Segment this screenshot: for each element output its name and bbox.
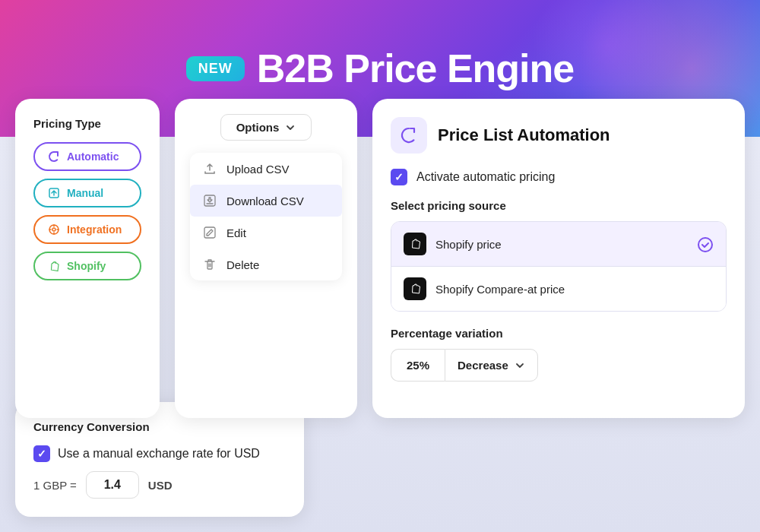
download-csv-label: Download CSV <box>226 195 304 207</box>
from-currency-label: 1 GBP = <box>33 479 77 492</box>
upload-csv-label: Upload CSV <box>226 163 290 176</box>
delete-label: Delete <box>226 258 259 271</box>
svg-rect-4 <box>204 227 215 238</box>
shopify-price-item[interactable]: Shopify price <box>391 222 726 266</box>
upload-csv-item[interactable]: Upload CSV <box>190 153 342 185</box>
options-button[interactable]: Options <box>220 114 312 141</box>
svg-rect-3 <box>204 195 215 206</box>
currency-exchange-row: 1 GBP = USD <box>33 471 286 499</box>
pricing-type-title: Pricing Type <box>33 117 141 130</box>
shopify-label: Shopify <box>67 260 106 272</box>
shopify-option[interactable]: Shopify <box>33 252 141 280</box>
variation-percent: 25% <box>391 349 445 382</box>
svg-point-2 <box>52 228 55 231</box>
edit-label: Edit <box>226 226 246 239</box>
pricing-options: Automatic Manual <box>33 142 141 280</box>
variation-type-selector[interactable]: Decrease <box>445 349 538 382</box>
shopify-price-icon <box>404 233 426 255</box>
currency-conversion-card: Currency Conversion Use a manual exchang… <box>15 402 304 517</box>
activate-label: Activate automatic pricing <box>416 170 555 184</box>
check-circle-icon <box>697 235 714 253</box>
automation-header: Price List Automation <box>391 117 727 154</box>
automatic-icon <box>47 150 61 163</box>
options-card: Options Upload CSV <box>175 99 357 418</box>
svg-point-5 <box>698 238 712 252</box>
pricing-type-card: Pricing Type Automatic Man <box>15 99 160 418</box>
variation-row: 25% Decrease <box>391 349 727 382</box>
new-badge: NEW <box>186 56 245 81</box>
integration-icon <box>47 223 61 236</box>
automation-card: Price List Automation Activate automatic… <box>372 99 745 418</box>
currency-checkbox-row: Use a manual exchange rate for USD <box>33 445 286 462</box>
currency-title: Currency Conversion <box>33 420 286 433</box>
manual-label: Manual <box>67 187 103 199</box>
shopify-price-label: Shopify price <box>435 238 502 251</box>
activate-row: Activate automatic pricing <box>391 169 727 185</box>
chevron-down-icon <box>285 122 296 133</box>
source-label: Select pricing source <box>391 199 727 212</box>
options-label: Options <box>236 121 280 134</box>
automation-title: Price List Automation <box>438 125 610 145</box>
to-currency-code: USD <box>148 479 173 492</box>
automation-icon <box>391 117 427 154</box>
automatic-option[interactable]: Automatic <box>33 142 141 171</box>
manual-option[interactable]: Manual <box>33 179 141 207</box>
trash-icon <box>202 258 217 271</box>
edit-item[interactable]: Edit <box>190 217 342 249</box>
integration-label: Integration <box>67 223 122 236</box>
automatic-label: Automatic <box>67 150 119 163</box>
download-icon <box>202 194 217 207</box>
shopify-compare-label: Shopify Compare-at price <box>435 283 565 296</box>
options-header: Options <box>190 114 342 141</box>
manual-icon <box>47 186 61 200</box>
activate-checkbox[interactable] <box>391 169 407 185</box>
shopify-compare-icon <box>404 277 426 300</box>
cards-area: Pricing Type Automatic Man <box>0 99 760 418</box>
chevron-down-icon <box>515 360 525 371</box>
variation-type-label: Decrease <box>458 359 508 372</box>
delete-item[interactable]: Delete <box>190 249 342 280</box>
currency-checkbox-label: Use a manual exchange rate for USD <box>58 447 260 461</box>
variation-label: Percentage variation <box>391 327 727 340</box>
integration-option[interactable]: Integration <box>33 215 141 244</box>
shopify-icon <box>47 259 61 273</box>
download-csv-item[interactable]: Download CSV <box>190 185 342 217</box>
pricing-source-list: Shopify price Shopify Compare-at price <box>391 221 727 312</box>
percentage-variation: Percentage variation 25% Decrease <box>391 327 727 382</box>
dropdown-menu: Upload CSV Download CSV <box>190 153 342 280</box>
shopify-compare-item[interactable]: Shopify Compare-at price <box>391 266 726 311</box>
exchange-rate-input[interactable] <box>86 471 139 499</box>
edit-icon <box>202 226 217 239</box>
currency-checkbox[interactable] <box>33 445 50 462</box>
page-title: B2B Price Engine <box>257 46 574 91</box>
upload-icon <box>202 162 217 176</box>
